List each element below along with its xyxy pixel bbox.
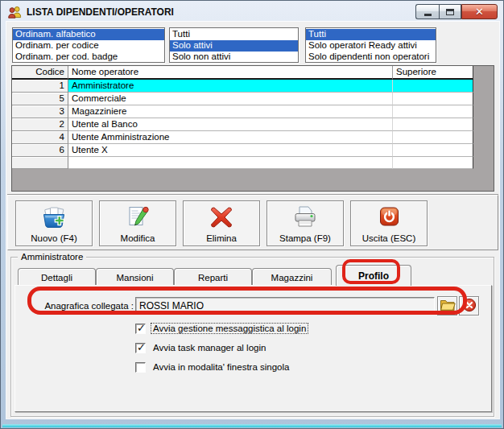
list-item[interactable]: Ordinam. per cod. badge [13,52,164,63]
column-header-nome[interactable]: Nome operatore [68,66,393,80]
cell-nome: Magazziniere [68,105,393,118]
tab-magazzini[interactable]: Magazzini [252,268,332,286]
column-header-codice[interactable]: Codice [12,66,68,80]
checkbox-label[interactable]: Avvia gestione messaggistica al login [151,324,308,333]
elimina-button[interactable]: Elimina [183,200,260,246]
button-label: Nuovo (F4) [31,233,77,243]
table-row[interactable]: 4 Utente Amministrazione [12,131,494,144]
tab-label: Magazzini [271,273,313,283]
cell-codice [12,157,68,169]
list-item[interactable]: Tutti [170,29,298,40]
browse-anagrafica-button[interactable] [437,296,457,316]
tab-label: Reparti [198,273,228,283]
button-label: Stampa (F9) [279,233,331,243]
tab-dettagli[interactable]: Dettagli [18,268,96,286]
operators-grid[interactable]: Codice Nome operatore Superiore 1 Ammini… [11,65,494,192]
checkbox-row: Avvia task manager al login [135,342,267,353]
cell-codice: 4 [12,131,68,144]
button-label: Elimina [206,233,237,243]
detail-groupbox: Amministratore Dettagli Mansioni Reparti… [10,257,494,417]
list-item[interactable]: Solo attivi [170,40,298,52]
minimize-icon [424,14,432,16]
tab-label: Profilo [358,270,389,282]
tab-mansioni[interactable]: Mansioni [96,268,174,286]
finestra-singola-checkbox[interactable] [135,362,146,373]
cell-nome: Commerciale [68,93,393,105]
cell-nome: Utente Amministrazione [68,131,393,144]
table-row[interactable]: 6 Utente X [12,144,494,157]
clear-anagrafica-button[interactable] [459,296,479,316]
cell-superiore [393,118,473,131]
edit-icon [124,204,151,233]
checkbox-label[interactable]: Avvia task manager al login [151,343,267,353]
status-filter-listbox[interactable]: Tutti Solo attivi Solo non attivi [169,27,299,63]
minimize-button[interactable] [415,4,439,19]
cell-nome [68,157,393,169]
cell-codice: 6 [12,144,68,157]
messaggistica-checkbox[interactable] [135,324,146,334]
cell-nome: Utente al Banco [68,118,393,131]
table-row[interactable]: 2 Utente al Banco [12,118,494,131]
table-row[interactable]: 1 Amministratore [12,80,494,93]
cell-codice: 3 [12,105,68,118]
maximize-icon [446,9,454,15]
cell-superiore [393,80,473,93]
list-item[interactable]: Ordinam. alfabetico [13,29,164,40]
close-button[interactable]: ✕ [461,4,498,19]
cell-superiore [393,157,473,169]
table-row[interactable]: 3 Magazziniere [12,105,494,118]
modifica-button[interactable]: Modifica [99,200,176,246]
button-label: Uscita (ESC) [362,233,415,243]
list-item[interactable]: Solo non attivi [170,52,298,63]
table-row[interactable]: 5 Commerciale [12,93,494,105]
cell-superiore [393,93,473,105]
print-icon [291,204,319,233]
list-item[interactable]: Solo operatori Ready attivi [306,40,436,52]
column-header-superiore[interactable]: Superiore [393,66,473,80]
cell-superiore [393,144,473,157]
people-icon [8,6,22,19]
anagrafica-label: Anagrafica collegata : [31,301,134,311]
list-item[interactable]: Tutti [306,29,436,40]
window-frame-accent [2,424,502,427]
client-area: Ordinam. alfabetico Ordinam. per codice … [6,22,499,419]
stampa-button[interactable]: Stampa (F9) [266,200,344,246]
table-row-empty[interactable] [12,157,494,169]
task-manager-checkbox[interactable] [135,343,146,353]
tab-profilo[interactable]: Profilo [336,265,411,286]
new-icon [40,204,68,233]
clear-icon [462,298,477,315]
tab-label: Dettagli [41,273,72,283]
close-icon: ✕ [475,6,484,17]
window-title: LISTA DIPENDENTI/OPERATORI [27,6,174,18]
title-bar[interactable]: LISTA DIPENDENTI/OPERATORI [8,3,390,21]
tab-label: Mansioni [116,273,153,283]
checkbox-label[interactable]: Avvia in modalita' finestra singola [151,362,291,372]
checkbox-row: Avvia in modalita' finestra singola [135,361,291,373]
cell-nome: Utente X [68,144,393,157]
cell-nome: Amministratore [68,80,393,93]
ordering-listbox[interactable]: Ordinam. alfabetico Ordinam. per codice … [12,27,165,63]
caption-buttons: ✕ [415,4,498,19]
button-label: Modifica [121,233,155,243]
exit-icon [375,204,403,233]
cell-codice: 1 [12,80,68,93]
cell-superiore [393,105,473,118]
cell-superiore [393,131,473,144]
cell-codice: 5 [12,93,68,105]
maximize-button[interactable] [439,4,461,19]
tab-reparti[interactable]: Reparti [174,268,252,286]
grid-header: Codice Nome operatore Superiore [12,66,494,80]
delete-icon [208,204,235,233]
nuovo-button[interactable]: Nuovo (F4) [15,200,93,246]
cell-codice: 2 [12,118,68,131]
uscita-button[interactable]: Uscita (ESC) [350,200,428,246]
list-item[interactable]: Ordinam. per codice [13,40,164,52]
groupbox-label: Amministratore [18,251,86,262]
category-filter-listbox[interactable]: Tutti Solo operatori Ready attivi Solo d… [305,27,436,63]
list-item[interactable]: Solo dipendenti non operatori [306,52,436,63]
anagrafica-input[interactable] [135,297,435,315]
checkbox-row: Avvia gestione messaggistica al login [135,323,308,334]
profilo-tabsheet: Anagrafica collegata : [14,285,492,412]
toolbar: Nuovo (F4) Modifica [7,195,498,250]
